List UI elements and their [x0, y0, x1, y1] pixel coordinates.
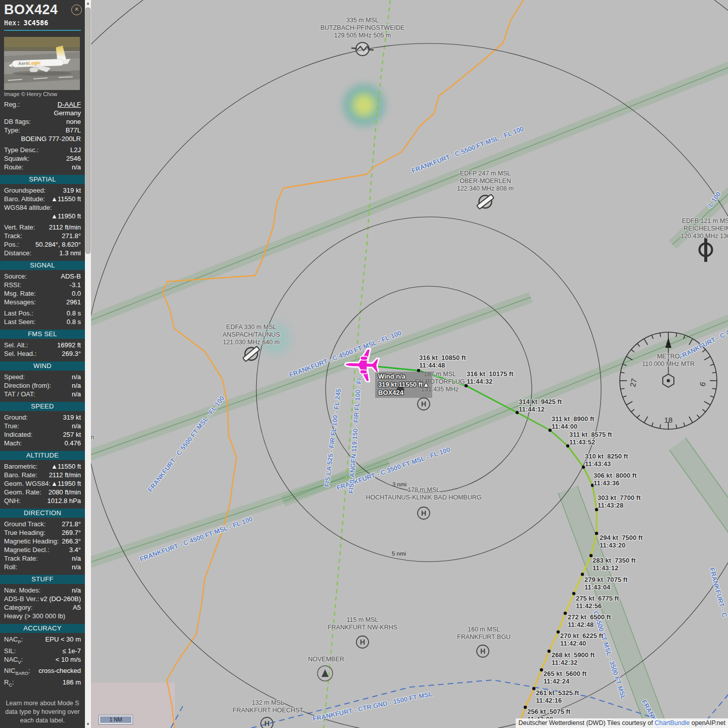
data-row: Track:271.8° [4, 232, 81, 240]
section-header: DIRECTION [0, 509, 85, 518]
row-label: True Heading: [4, 528, 46, 537]
row-value: 319 kt [46, 186, 81, 195]
trail-time: 11:44:12 [519, 405, 562, 413]
data-row: Ground:319 kt [4, 413, 81, 422]
nav-label-bad-homburg: 178 m MSLHOCHTAUNUS-KLINIK BAD HOMBURG [366, 486, 482, 502]
vor-name: METRO [642, 353, 695, 360]
row-label: Sel. Alt.: [4, 341, 28, 349]
row-label: Geom. WGS84: [4, 479, 51, 488]
row-value: 2112 ft/min [37, 471, 81, 479]
row-value: ≤ 1e-7 [16, 647, 81, 655]
data-row: Groundspeed:319 kt [4, 186, 81, 195]
aircraft-hover-tooltip: Wind n/a 319 kt 11550 ft▲ BOX424 [375, 372, 432, 398]
data-row: Reg.:D-AALF [4, 100, 81, 109]
scroll-up-icon[interactable]: ▲ [85, 0, 91, 7]
row-label: Track: [4, 232, 22, 240]
row-label: Groundspeed: [4, 186, 46, 195]
map-overlay-svg: H H H H H 0 6 18 27 [91, 0, 728, 728]
trail-time: 11:43:28 [598, 502, 641, 509]
trail-point-dot[interactable] [581, 573, 584, 576]
trail-speed-alt: 270 kt 6225 ft [560, 632, 603, 640]
row-label: NICBARO: [4, 666, 30, 678]
trail-point-label: 314 kt 9425 ft11:44:12 [519, 398, 562, 413]
row-value: 16992 ft [28, 341, 81, 349]
row-value: 319 kt [28, 413, 81, 422]
trail-time: 11:43:12 [593, 564, 635, 572]
section-header: FMS SEL [0, 330, 85, 339]
map-attribution: Deutscher Wetterdienst (DWD) Tiles court… [516, 718, 728, 728]
trail-point-dot[interactable] [548, 650, 551, 653]
nav-label-line: 160 m MSL [457, 626, 511, 633]
row-label: NACP: [4, 635, 23, 647]
section-header: STUFF [0, 575, 85, 584]
trail-point-dot[interactable] [532, 687, 535, 690]
svg-text:H: H [360, 638, 365, 646]
sidebar-section: SIGNALSource:ADS-BRSSI:-3.1Msg. Rate:0.0… [0, 261, 85, 326]
trail-point-dot[interactable] [564, 612, 567, 615]
hex-value: 3C4586 [24, 19, 49, 27]
row-value: 271.8° [22, 232, 81, 240]
trail-speed-alt: 272 kt 6500 ft [568, 613, 611, 621]
scrollbar-thumb[interactable] [85, 8, 90, 254]
hex-line: Hex:3C4586 [4, 19, 81, 27]
trail-point-dot[interactable] [524, 706, 527, 709]
rose-number: 27 [628, 378, 638, 388]
section-header: ALTITUDE [0, 451, 85, 460]
row-value: 2080 ft/min [41, 488, 81, 496]
row-label: Type Desc.: [4, 146, 39, 154]
section-rows: NACP:EPU < 30 mSIL:≤ 1e-7NACV:< 10 m/sNI… [0, 635, 85, 689]
data-row: Type Desc.:L2J [4, 146, 81, 154]
row-value [52, 203, 81, 212]
data-row: ▲11950 ft [4, 212, 81, 220]
trail-point-dot[interactable] [557, 630, 560, 633]
data-row: RC:186 m [4, 678, 81, 690]
reporting-point-icon[interactable] [317, 666, 333, 681]
trail-point-dot[interactable] [572, 592, 575, 595]
row-value: L2J [39, 146, 81, 154]
airfield-icon[interactable] [477, 194, 494, 209]
map-canvas[interactable]: H H H H H 0 6 18 27 [91, 0, 728, 728]
trail-time: 11:44:48 [419, 361, 466, 369]
registration-link[interactable]: D-AALF [20, 100, 81, 109]
row-value: B77L [20, 126, 81, 134]
row-value: 0.0 [36, 289, 81, 298]
data-row: Category:A5 [4, 603, 81, 612]
row-value: v2 (DO-260B) [39, 595, 81, 603]
data-row: Type:B77L [4, 126, 81, 134]
rose-number: 0 [666, 340, 670, 348]
helipad-icon[interactable]: H [418, 398, 430, 410]
helipad-icon[interactable]: H [418, 507, 430, 519]
nav-label-reichelsheim: EDFB 121 m MSLREICHELSHEIM120.430 MHz 13… [680, 217, 728, 240]
row-label: Speed: [4, 373, 25, 381]
trail-point-dot[interactable] [540, 668, 543, 671]
airfield-icon[interactable] [243, 346, 259, 361]
trail-speed-alt: 275 kt 6775 ft [576, 595, 619, 602]
nav-label-line: NOVEMBER [308, 656, 344, 663]
sidebar-header: BOX424 × Hex:3C4586 [0, 0, 85, 35]
glider-site-icon[interactable] [351, 42, 374, 56]
row-label: Source: [4, 272, 27, 281]
row-value [65, 612, 81, 620]
sidebar-scrollbar[interactable]: ▲ ▼ [85, 0, 91, 728]
trail-speed-alt: 256 kt 5075 ft [527, 708, 570, 715]
scroll-down-icon[interactable]: ▼ [85, 721, 91, 728]
data-row: Barometric:▲11550 ft [4, 462, 81, 471]
chartbundle-link[interactable]: ChartBundle [655, 719, 690, 726]
nav-label-line: 129.505 MHz 505 m [321, 32, 405, 39]
row-label: QNH: [4, 496, 21, 505]
sidebar-section: ALTITUDEBarometric:▲11550 ftBaro. Rate:2… [0, 451, 85, 505]
section-header: WIND [0, 361, 85, 371]
helipad-icon[interactable]: H [477, 645, 489, 657]
svg-text:H: H [421, 400, 426, 408]
sidebar-section: SPATIALGroundspeed:319 ktBaro. Altitude:… [0, 175, 85, 257]
close-icon[interactable]: × [71, 5, 82, 15]
trail-time: 11:43:36 [594, 479, 636, 487]
row-value: BOEING 777-200LR [4, 134, 81, 143]
airfield-vertical-icon[interactable] [700, 238, 712, 262]
section-header: ACCURACY [0, 624, 85, 633]
trail-point-dot[interactable] [595, 532, 598, 535]
row-label: RC: [4, 678, 14, 690]
helipad-icon[interactable]: H [356, 636, 369, 648]
trail-speed-alt: 311 kt 8900 ft [552, 415, 595, 423]
ring-distance-label: 5 nmi [392, 551, 406, 557]
